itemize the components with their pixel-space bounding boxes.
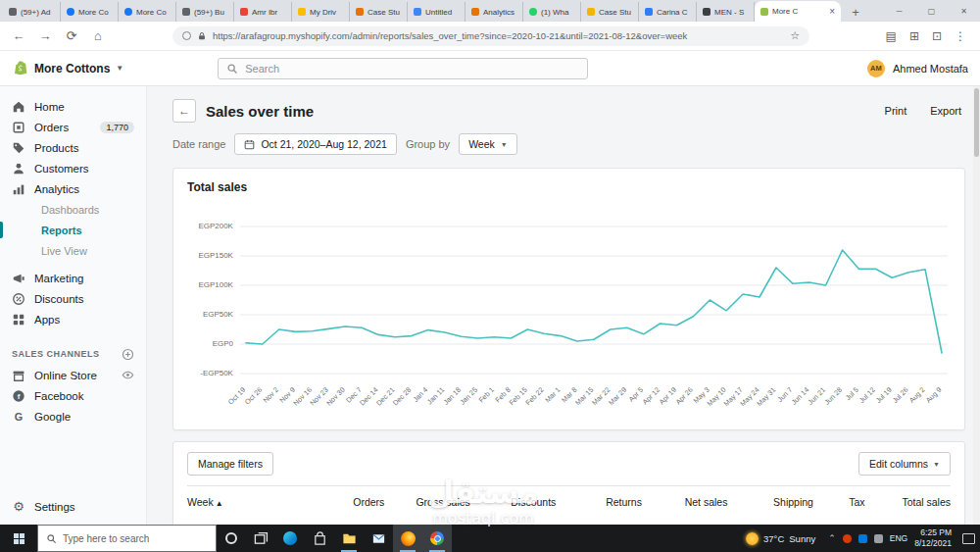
- group-by-select[interactable]: Week ▼: [459, 133, 517, 155]
- scrollbar[interactable]: [973, 86, 980, 525]
- browser-menu-icon[interactable]: ⋮: [955, 29, 966, 43]
- browser-tab-case-stu[interactable]: Case Stu: [350, 2, 408, 22]
- back-button[interactable]: ←: [172, 99, 196, 123]
- products-icon: [12, 141, 25, 155]
- address-bar[interactable]: https://arafagroup.myshopify.com/admin/r…: [172, 26, 809, 46]
- sidebar-item-live-view[interactable]: Live View: [0, 240, 146, 261]
- column-header-discounts[interactable]: Discounts: [470, 496, 557, 508]
- sidebar-item-home[interactable]: Home: [0, 96, 146, 117]
- scrollbar-thumb[interactable]: [974, 88, 979, 157]
- column-header-orders[interactable]: Orders: [316, 496, 384, 508]
- sidebar-item-customers[interactable]: Customers: [0, 158, 146, 178]
- sidebar-item-settings[interactable]: ⚙ Settings: [0, 496, 146, 517]
- user-menu[interactable]: AM Ahmed Mostafa: [867, 60, 968, 77]
- column-header-shipping[interactable]: Shipping: [727, 496, 813, 508]
- date-range-value: Oct 21, 2020–Aug 12, 2021: [261, 138, 386, 150]
- weather-widget[interactable]: 37°C Sunny: [746, 532, 815, 545]
- column-header-week[interactable]: Week▲: [187, 496, 316, 508]
- fullscreen-icon[interactable]: ⊡: [932, 29, 942, 43]
- tray-expand-icon[interactable]: ⌃: [828, 533, 836, 543]
- x-tick-label: Jun 21: [806, 385, 827, 407]
- browser-tab-my-driv[interactable]: My Driv: [292, 2, 350, 22]
- screen: (59+) AdMore CoMore Co(59+) BuAmr IbrMy …: [0, 0, 980, 552]
- print-button[interactable]: Print: [885, 105, 907, 117]
- site-info-icon[interactable]: [182, 31, 191, 40]
- date-range-button[interactable]: Oct 21, 2020–Aug 12, 2021: [234, 133, 396, 155]
- browser-tab-amr-ibr[interactable]: Amr Ibr: [234, 2, 292, 22]
- chevron-down-icon: ▼: [933, 461, 940, 468]
- column-header-gross-sales[interactable]: Gross sales: [384, 496, 470, 508]
- browser-tab-1-wha[interactable]: (1) Wha: [523, 2, 581, 22]
- store-icon[interactable]: [305, 525, 334, 552]
- add-channel-icon[interactable]: [122, 348, 134, 361]
- mail-icon[interactable]: [364, 525, 393, 552]
- browser-tab-case-stu[interactable]: Case Stu: [581, 2, 639, 22]
- close-button[interactable]: ✕: [948, 0, 980, 22]
- sidebar-item-analytics[interactable]: Analytics: [0, 178, 146, 199]
- reload-icon[interactable]: ⟳: [63, 28, 80, 43]
- chrome-icon[interactable]: [422, 525, 452, 552]
- maximize-button[interactable]: ▢: [915, 0, 948, 22]
- edit-columns-button[interactable]: Edit columns ▼: [858, 452, 951, 476]
- home-icon[interactable]: ⌂: [89, 28, 107, 43]
- sidebar-item-dashboards[interactable]: Dashboards: [0, 199, 146, 220]
- x-tick-label: Mar 29: [607, 385, 628, 407]
- tray-network-icon[interactable]: [858, 534, 867, 543]
- store-switcher[interactable]: More Cottons ▼: [12, 60, 123, 76]
- storefront-icon: [12, 369, 25, 382]
- sidebar-item-apps[interactable]: Apps: [0, 309, 146, 329]
- sidebar-item-google[interactable]: GGoogle: [0, 406, 146, 427]
- tab-title: More C: [772, 7, 825, 16]
- sidebar-item-online-store[interactable]: Online Store: [0, 365, 146, 385]
- column-header-returns[interactable]: Returns: [556, 496, 642, 508]
- browser-tab-carina-c[interactable]: Carina C: [639, 2, 697, 22]
- sidebar-item-orders[interactable]: Orders1,770: [0, 117, 146, 137]
- column-header-net-sales[interactable]: Net sales: [642, 496, 728, 508]
- action-center-icon[interactable]: [962, 533, 975, 544]
- browser-tab-more-co[interactable]: More Co: [61, 2, 119, 22]
- browser-tab-more-co[interactable]: More Co: [119, 2, 176, 22]
- new-tab-button[interactable]: +: [845, 2, 866, 22]
- browser-tab-59-bu[interactable]: (59+) Bu: [176, 2, 234, 22]
- browser-tab-more-c[interactable]: More C×: [755, 1, 841, 22]
- back-icon[interactable]: ←: [10, 28, 27, 43]
- browser-tab-untitled[interactable]: Untitled: [408, 2, 466, 22]
- reading-list-icon[interactable]: ▤: [886, 29, 897, 43]
- taskbar-search-input[interactable]: Type here to search: [37, 525, 217, 552]
- browser-tab-men-s[interactable]: MEN - S: [697, 2, 755, 22]
- cortana-icon[interactable]: [217, 525, 246, 552]
- file-explorer-icon[interactable]: [334, 525, 364, 552]
- sidebar-item-marketing[interactable]: Marketing: [0, 268, 146, 288]
- manage-filters-button[interactable]: Manage filters: [187, 452, 273, 476]
- minimize-button[interactable]: ─: [883, 0, 915, 22]
- x-tick-label: Dec 28: [391, 385, 413, 408]
- task-view-icon[interactable]: [246, 525, 275, 552]
- x-tick-label: Feb 22: [523, 385, 545, 407]
- sidebar-item-facebook[interactable]: fFacebook: [0, 385, 146, 406]
- tab-title: Analytics: [483, 8, 516, 17]
- column-header-total-sales[interactable]: Total sales: [864, 496, 951, 508]
- tray-volume-icon[interactable]: [874, 534, 883, 543]
- tab-close-icon[interactable]: ×: [829, 6, 835, 17]
- edge-icon[interactable]: [275, 525, 305, 552]
- language-indicator[interactable]: ENG: [890, 533, 907, 543]
- admin-search-input[interactable]: Search: [218, 58, 588, 79]
- column-header-tax[interactable]: Tax: [813, 496, 865, 508]
- forward-icon[interactable]: →: [36, 28, 54, 43]
- store-name: More Cottons: [34, 62, 110, 75]
- browser-tab-59-ad[interactable]: (59+) Ad: [3, 2, 61, 22]
- bookmark-star-icon[interactable]: ☆: [790, 29, 800, 42]
- export-button[interactable]: Export: [930, 105, 961, 117]
- sidebar-item-discounts[interactable]: Discounts: [0, 288, 146, 309]
- orders-count-badge: 1,770: [100, 122, 134, 133]
- total-sales-line: [246, 250, 942, 353]
- apps-grid-icon[interactable]: ⊞: [909, 29, 919, 43]
- sidebar-item-reports[interactable]: Reports: [0, 220, 146, 240]
- sidebar-item-products[interactable]: Products: [0, 137, 146, 158]
- taskbar-clock[interactable]: 6:25 PM 8/12/2021: [914, 527, 952, 548]
- shopify-topbar: More Cottons ▼ Search AM Ahmed Mostafa: [0, 51, 980, 86]
- tray-app-icon[interactable]: [843, 534, 852, 543]
- browser-tab-analytics[interactable]: Analytics: [466, 2, 523, 22]
- start-button[interactable]: [0, 525, 37, 552]
- firefox-icon[interactable]: [393, 525, 422, 552]
